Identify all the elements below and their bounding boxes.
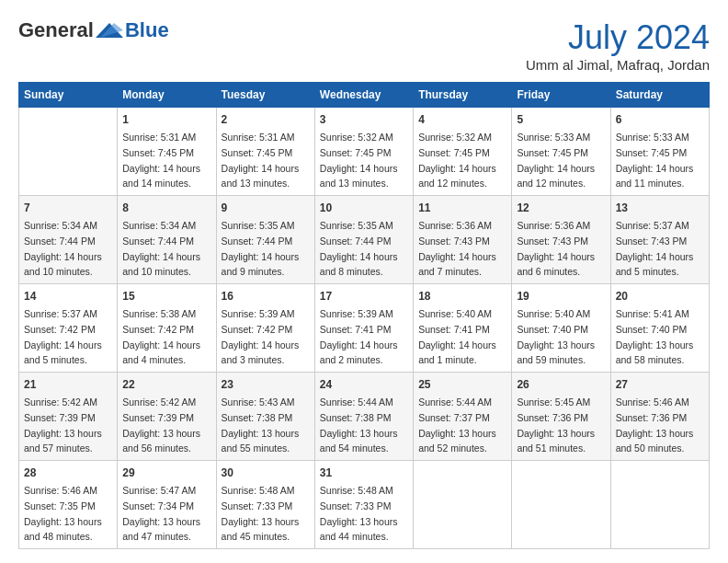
day-number: 2 [222, 111, 310, 128]
day-number: 15 [122, 288, 210, 304]
day-number: 5 [517, 111, 605, 128]
day-cell: 2Sunrise: 5:31 AM Sunset: 7:45 PM Daylig… [216, 108, 314, 196]
title-block: July 2024 Umm al Jimal, Mafraq, Jordan [526, 18, 710, 73]
day-cell: 28Sunrise: 5:46 AM Sunset: 7:35 PM Dayli… [19, 461, 118, 549]
day-cell: 21Sunrise: 5:42 AM Sunset: 7:39 PM Dayli… [19, 373, 118, 461]
header-cell-monday: Monday [118, 83, 216, 108]
day-cell: 26Sunrise: 5:45 AM Sunset: 7:36 PM Dayli… [512, 373, 610, 461]
day-cell: 17Sunrise: 5:39 AM Sunset: 7:41 PM Dayli… [314, 284, 413, 373]
day-detail: Sunrise: 5:48 AM Sunset: 7:33 PM Dayligh… [320, 485, 398, 542]
header-row: SundayMondayTuesdayWednesdayThursdayFrid… [19, 83, 710, 108]
day-detail: Sunrise: 5:43 AM Sunset: 7:38 PM Dayligh… [222, 396, 300, 454]
day-detail: Sunrise: 5:37 AM Sunset: 7:43 PM Dayligh… [616, 220, 694, 277]
day-detail: Sunrise: 5:31 AM Sunset: 7:45 PM Dayligh… [222, 132, 300, 189]
day-detail: Sunrise: 5:31 AM Sunset: 7:45 PM Dayligh… [122, 132, 200, 189]
day-number: 12 [517, 200, 605, 216]
day-number: 31 [320, 465, 408, 481]
day-cell: 1Sunrise: 5:31 AM Sunset: 7:45 PM Daylig… [118, 108, 216, 196]
day-cell: 9Sunrise: 5:35 AM Sunset: 7:44 PM Daylig… [216, 196, 314, 284]
day-detail: Sunrise: 5:32 AM Sunset: 7:45 PM Dayligh… [320, 132, 398, 189]
calendar-table: SundayMondayTuesdayWednesdayThursdayFrid… [18, 82, 710, 549]
day-detail: Sunrise: 5:34 AM Sunset: 7:44 PM Dayligh… [24, 220, 102, 277]
header-cell-sunday: Sunday [19, 83, 118, 108]
day-number: 22 [122, 376, 210, 393]
day-number: 4 [418, 111, 506, 128]
day-cell: 4Sunrise: 5:32 AM Sunset: 7:45 PM Daylig… [414, 108, 512, 196]
header-cell-thursday: Thursday [414, 83, 512, 108]
day-number: 3 [320, 111, 408, 128]
day-detail: Sunrise: 5:40 AM Sunset: 7:40 PM Dayligh… [517, 308, 595, 365]
logo: General Blue [18, 18, 169, 42]
day-number: 14 [24, 288, 112, 304]
day-cell: 20Sunrise: 5:41 AM Sunset: 7:40 PM Dayli… [610, 284, 709, 373]
day-cell: 16Sunrise: 5:39 AM Sunset: 7:42 PM Dayli… [216, 284, 314, 373]
day-detail: Sunrise: 5:40 AM Sunset: 7:41 PM Dayligh… [418, 308, 496, 365]
day-cell [610, 461, 709, 549]
day-detail: Sunrise: 5:36 AM Sunset: 7:43 PM Dayligh… [517, 220, 595, 277]
day-number: 21 [24, 376, 112, 393]
day-cell: 27Sunrise: 5:46 AM Sunset: 7:36 PM Dayli… [610, 373, 709, 461]
header-cell-wednesday: Wednesday [314, 83, 413, 108]
week-row-5: 28Sunrise: 5:46 AM Sunset: 7:35 PM Dayli… [19, 461, 710, 549]
day-detail: Sunrise: 5:48 AM Sunset: 7:33 PM Dayligh… [222, 485, 300, 542]
week-row-2: 7Sunrise: 5:34 AM Sunset: 7:44 PM Daylig… [19, 196, 710, 284]
day-number: 1 [122, 111, 210, 128]
header-cell-saturday: Saturday [610, 83, 709, 108]
day-detail: Sunrise: 5:37 AM Sunset: 7:42 PM Dayligh… [24, 308, 102, 365]
page-header: General Blue July 2024 Umm al Jimal, Maf… [18, 18, 710, 73]
day-cell: 3Sunrise: 5:32 AM Sunset: 7:45 PM Daylig… [314, 108, 413, 196]
day-detail: Sunrise: 5:39 AM Sunset: 7:41 PM Dayligh… [320, 308, 398, 365]
day-cell: 30Sunrise: 5:48 AM Sunset: 7:33 PM Dayli… [216, 461, 314, 549]
day-detail: Sunrise: 5:38 AM Sunset: 7:42 PM Dayligh… [122, 308, 200, 365]
day-detail: Sunrise: 5:47 AM Sunset: 7:34 PM Dayligh… [122, 485, 200, 542]
day-detail: Sunrise: 5:32 AM Sunset: 7:45 PM Dayligh… [418, 132, 496, 189]
day-detail: Sunrise: 5:46 AM Sunset: 7:35 PM Dayligh… [24, 485, 102, 542]
day-number: 16 [222, 288, 310, 304]
day-number: 30 [222, 465, 310, 481]
logo-general-text: General [18, 18, 94, 42]
header-cell-tuesday: Tuesday [216, 83, 314, 108]
day-cell: 23Sunrise: 5:43 AM Sunset: 7:38 PM Dayli… [216, 373, 314, 461]
day-number: 13 [616, 200, 704, 216]
day-detail: Sunrise: 5:46 AM Sunset: 7:36 PM Dayligh… [616, 396, 694, 454]
day-detail: Sunrise: 5:35 AM Sunset: 7:44 PM Dayligh… [222, 220, 300, 277]
day-number: 24 [320, 376, 408, 393]
day-number: 6 [616, 111, 704, 128]
day-cell: 11Sunrise: 5:36 AM Sunset: 7:43 PM Dayli… [414, 196, 512, 284]
day-number: 18 [418, 288, 506, 304]
week-row-1: 1Sunrise: 5:31 AM Sunset: 7:45 PM Daylig… [19, 108, 710, 196]
day-cell: 7Sunrise: 5:34 AM Sunset: 7:44 PM Daylig… [19, 196, 118, 284]
day-number: 28 [24, 465, 112, 481]
day-cell: 5Sunrise: 5:33 AM Sunset: 7:45 PM Daylig… [512, 108, 610, 196]
day-detail: Sunrise: 5:39 AM Sunset: 7:42 PM Dayligh… [222, 308, 300, 365]
day-cell: 29Sunrise: 5:47 AM Sunset: 7:34 PM Dayli… [118, 461, 216, 549]
day-number: 9 [222, 200, 310, 216]
day-cell: 10Sunrise: 5:35 AM Sunset: 7:44 PM Dayli… [314, 196, 413, 284]
day-cell: 8Sunrise: 5:34 AM Sunset: 7:44 PM Daylig… [118, 196, 216, 284]
month-title: July 2024 [526, 18, 710, 57]
day-cell: 22Sunrise: 5:42 AM Sunset: 7:39 PM Dayli… [118, 373, 216, 461]
day-detail: Sunrise: 5:42 AM Sunset: 7:39 PM Dayligh… [122, 396, 200, 454]
day-number: 29 [122, 465, 210, 481]
day-cell: 24Sunrise: 5:44 AM Sunset: 7:38 PM Dayli… [314, 373, 413, 461]
day-detail: Sunrise: 5:36 AM Sunset: 7:43 PM Dayligh… [418, 220, 496, 277]
day-cell: 12Sunrise: 5:36 AM Sunset: 7:43 PM Dayli… [512, 196, 610, 284]
day-cell: 31Sunrise: 5:48 AM Sunset: 7:33 PM Dayli… [314, 461, 413, 549]
day-number: 10 [320, 200, 408, 216]
day-number: 17 [320, 288, 408, 304]
day-detail: Sunrise: 5:35 AM Sunset: 7:44 PM Dayligh… [320, 220, 398, 277]
logo-blue-text: Blue [125, 18, 169, 42]
day-detail: Sunrise: 5:33 AM Sunset: 7:45 PM Dayligh… [517, 132, 595, 189]
day-cell: 15Sunrise: 5:38 AM Sunset: 7:42 PM Dayli… [118, 284, 216, 373]
day-cell: 19Sunrise: 5:40 AM Sunset: 7:40 PM Dayli… [512, 284, 610, 373]
day-detail: Sunrise: 5:44 AM Sunset: 7:38 PM Dayligh… [320, 396, 398, 454]
week-row-4: 21Sunrise: 5:42 AM Sunset: 7:39 PM Dayli… [19, 373, 710, 461]
day-detail: Sunrise: 5:41 AM Sunset: 7:40 PM Dayligh… [616, 308, 694, 365]
day-detail: Sunrise: 5:44 AM Sunset: 7:37 PM Dayligh… [418, 396, 496, 454]
day-detail: Sunrise: 5:42 AM Sunset: 7:39 PM Dayligh… [24, 396, 102, 454]
day-detail: Sunrise: 5:33 AM Sunset: 7:45 PM Dayligh… [616, 132, 694, 189]
week-row-3: 14Sunrise: 5:37 AM Sunset: 7:42 PM Dayli… [19, 284, 710, 373]
day-number: 11 [418, 200, 506, 216]
day-number: 25 [418, 376, 506, 393]
day-number: 27 [616, 376, 704, 393]
